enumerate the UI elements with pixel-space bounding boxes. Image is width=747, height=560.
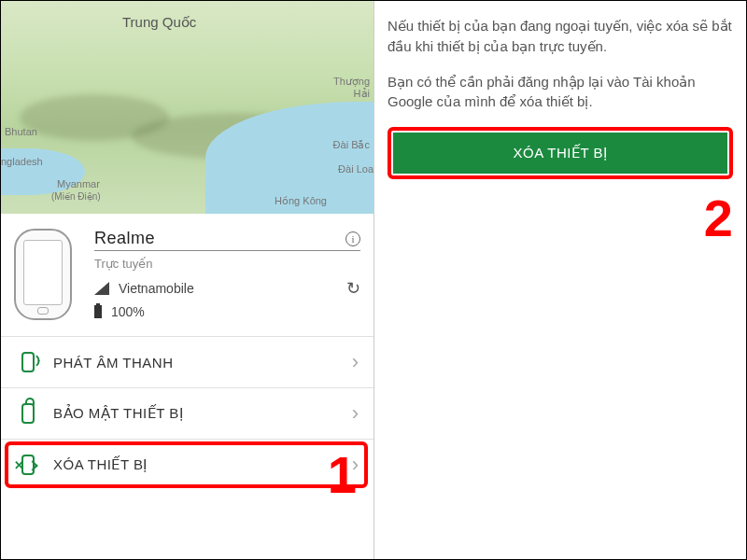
chevron-right-icon: › (352, 350, 359, 374)
play-sound-label: PHÁT ÂM THANH (53, 355, 352, 371)
action-play-sound[interactable]: PHÁT ÂM THANH › (1, 337, 374, 388)
erase-device-button[interactable]: XÓA THIẾT BỊ (393, 133, 727, 174)
speaker-icon (21, 352, 35, 372)
right-panel: Nếu thiết bị của bạn đang ngoại tuyến, v… (374, 1, 746, 559)
left-panel: Trung Quốc Bhutan ngladesh Myanmar (Miến… (1, 1, 374, 559)
action-erase-device[interactable]: XÓA THIẾT BỊ › (1, 440, 374, 490)
signal-icon (94, 282, 109, 295)
secure-device-label: BẢO MẬT THIẾT BỊ (53, 405, 352, 422)
annotation-step-1: 1 (328, 444, 357, 505)
erase-icon (21, 455, 35, 475)
highlight-box-2: XÓA THIẾT BỊ (388, 127, 733, 179)
battery-icon (94, 305, 102, 318)
chevron-right-icon: › (352, 401, 359, 426)
device-card: Realme i Trực tuyến Vietnamobile ↻ 100% (1, 214, 374, 337)
phone-icon (14, 229, 81, 322)
map-label-taiwan: Đài Loa (338, 163, 374, 175)
map-view[interactable]: Trung Quốc Bhutan ngladesh Myanmar (Miến… (1, 1, 374, 214)
map-label-bangladesh: ngladesh (1, 156, 43, 167)
action-secure-device[interactable]: BẢO MẬT THIẾT BỊ › (1, 388, 374, 440)
info-icon[interactable]: i (345, 231, 360, 246)
map-label-taipei: Đài Bắc (333, 139, 370, 151)
map-label-hongkong: Hồng Kông (275, 195, 327, 207)
battery-level: 100% (111, 304, 145, 319)
action-list: PHÁT ÂM THANH › BẢO MẬT THIẾT BỊ › XÓA T… (1, 337, 374, 490)
map-label-shanghai: Thượng Hải (333, 76, 370, 100)
lock-icon (21, 403, 35, 424)
warning-paragraph-2: Bạn có thể cần phải đăng nhập lại vào Tà… (388, 72, 733, 113)
map-label-miendien: (Miến Điện) (51, 191, 101, 202)
map-label-bhutan: Bhutan (5, 126, 37, 137)
device-status: Trực tuyến (94, 257, 360, 271)
map-label-myanmar: Myanmar (57, 178, 100, 189)
erase-device-label: XÓA THIẾT BỊ (53, 456, 352, 473)
carrier-name: Vietnamobile (119, 281, 194, 296)
device-name: Realme (94, 229, 345, 248)
warning-paragraph-1: Nếu thiết bị của bạn đang ngoại tuyến, v… (388, 16, 733, 57)
annotation-step-2: 2 (704, 188, 733, 248)
refresh-icon[interactable]: ↻ (346, 278, 360, 299)
map-label-china: Trung Quốc (122, 14, 196, 31)
